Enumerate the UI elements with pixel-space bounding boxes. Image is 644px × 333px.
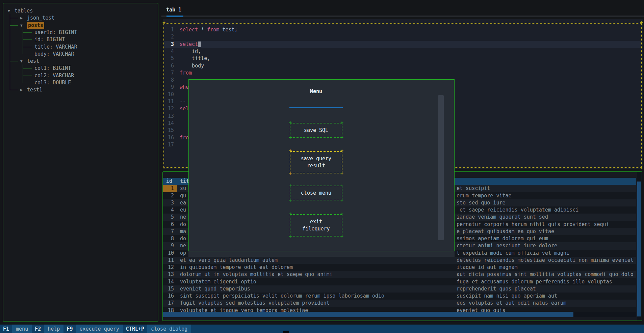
table-row-11[interactable]: 11et ea vero quia laudantium autemdelect…	[163, 257, 636, 264]
tree-item-posts[interactable]: ▼posts	[20, 22, 44, 29]
vertical-scrollbar[interactable]	[637, 172, 642, 321]
tree-item-label: col1: BIGINT	[34, 65, 71, 72]
tree-guide-line	[23, 54, 32, 54]
cell-title: ea	[180, 199, 186, 206]
tab-1[interactable]: tab 1	[166, 5, 181, 15]
button-close-menu[interactable]: close menu++++	[290, 186, 342, 200]
line-number: 2	[164, 33, 174, 40]
table-row-15[interactable]: 15eveniet quod temporibusreprehenderit q…	[163, 285, 636, 293]
border-corner-plus: +	[640, 20, 643, 25]
cell-body: t expedita modi cum officia vel magni	[457, 250, 569, 257]
filequery-app: ▼tables▶json_test▼postsuserId: BIGINTid:…	[0, 0, 644, 333]
code-token: title,	[180, 55, 210, 61]
cell-title: ne	[180, 214, 186, 221]
code-line-4[interactable]: 4 id,	[164, 48, 641, 55]
cell-title: ne	[180, 242, 186, 249]
tree-item-col2-varchar[interactable]: col2: VARCHAR	[34, 72, 74, 79]
dialog-scrollbar[interactable]	[438, 95, 444, 240]
code-line-5[interactable]: 5 title,	[164, 55, 641, 62]
footer-bindings: F1menuF2helpF9execute queryCTRL+Pclose d…	[0, 325, 191, 333]
cell-id: 2	[163, 192, 177, 199]
cell-id: 8	[163, 235, 177, 242]
button-label: result	[290, 162, 342, 169]
border-corner-plus: +	[340, 183, 343, 188]
code-text: body	[180, 62, 204, 70]
line-number: 14	[164, 120, 174, 127]
footer-binding-ctrl-p[interactable]: CTRL+Pclose dialog	[123, 325, 191, 333]
cell-id: 4	[163, 206, 177, 214]
column-header-id[interactable]: id	[166, 178, 172, 185]
tree-item-test[interactable]: ▼test	[20, 58, 39, 65]
line-number: 12	[164, 105, 174, 112]
button-label: save query	[290, 155, 342, 162]
cell-body: delectus reiciendis molestiae occaecati …	[457, 257, 634, 264]
code-token: body	[180, 63, 204, 69]
code-text: id,	[180, 48, 201, 55]
button-label: save SQL	[290, 127, 342, 134]
cell-title: do	[180, 235, 186, 242]
code-text: --	[180, 98, 186, 105]
table-row-17[interactable]: 17fugit voluptas sed molestias voluptate…	[163, 300, 636, 307]
tree-guide-line	[10, 90, 18, 90]
tree-item-json-test[interactable]: ▶json_test	[20, 15, 54, 22]
cell-title: voluptatem eligendi optio	[180, 278, 256, 285]
code-text: select	[180, 41, 201, 48]
table-row-13[interactable]: 13dolorum ut in voluptas mollitia et sae…	[163, 271, 636, 278]
cell-title: et ea vero quia laudantium autem	[180, 257, 278, 264]
button-label: exit	[290, 218, 342, 225]
tree-item-label: json_test	[27, 15, 54, 22]
border-corner-plus: +	[289, 198, 292, 203]
code-token: *	[198, 27, 207, 33]
button-save-sql[interactable]: save SQL++++	[290, 123, 342, 138]
table-row-12[interactable]: 12in quibusdam tempore odit est doloremi…	[163, 264, 636, 271]
cell-title: dolorum ut in voluptas mollitia et saepe…	[180, 271, 333, 278]
tree-item-tables[interactable]: ▼tables	[8, 7, 33, 15]
dialog-buttons: save SQL++++save queryresult++++close me…	[189, 80, 454, 251]
tree-item-col3-double[interactable]: col3: DOUBLE	[34, 79, 71, 86]
tree-item-label: tables	[15, 7, 33, 15]
tree-item-col1-bigint[interactable]: col1: BIGINT	[34, 65, 71, 72]
horizontal-scrollbar-thumb[interactable]	[163, 312, 573, 317]
cell-title: eu	[180, 206, 186, 214]
tree-guide-line	[23, 29, 23, 54]
cell-body: aut dicta possimus sint mollitia volupta…	[457, 271, 634, 278]
code-line-7[interactable]: 7from	[164, 70, 641, 77]
button-save-query-result[interactable]: save queryresult++++	[290, 151, 342, 173]
text-cursor	[198, 41, 201, 47]
tree-item-label: posts	[27, 22, 44, 29]
code-token: test;	[219, 27, 237, 33]
border-corner-plus: +	[289, 171, 292, 176]
code-line-3[interactable]: 3select	[164, 41, 641, 48]
cell-body: ctetur animi nesciunt iure dolore	[457, 242, 557, 249]
table-row-16[interactable]: 16sint suscipit perspiciatis velit dolor…	[163, 293, 636, 300]
cell-id: 15	[163, 285, 177, 293]
tree-item-id-bigint[interactable]: id: BIGINT	[34, 36, 65, 43]
cell-id: 14	[163, 278, 177, 285]
tree-item-body-varchar[interactable]: body: VARCHAR	[34, 51, 74, 58]
tree-item-userid-bigint[interactable]: userId: BIGINT	[34, 29, 77, 36]
tree-item-test1[interactable]: ▶test1	[20, 86, 42, 93]
triangle-down-icon: ▼	[20, 22, 27, 29]
code-token: id,	[180, 48, 201, 54]
line-number: 3	[164, 41, 174, 48]
code-line-1[interactable]: 1select * from test;	[164, 26, 641, 33]
code-line-2[interactable]: 2	[164, 33, 641, 40]
footer-binding-f2[interactable]: F2help	[32, 325, 63, 333]
code-line-6[interactable]: 6 body	[164, 62, 641, 70]
tree-item-label: test1	[27, 86, 42, 93]
footer-binding-f1[interactable]: F1menu	[0, 325, 32, 333]
tree-item-title-varchar[interactable]: title: VARCHAR	[34, 44, 77, 51]
vertical-scrollbar-thumb[interactable]	[637, 182, 641, 316]
cell-body: fuga et accusamus dolorum perferendis il…	[457, 278, 612, 285]
button-exit-filequery[interactable]: exitfilequery++++	[290, 214, 342, 237]
horizontal-scrollbar[interactable]	[163, 312, 636, 317]
line-number: 17	[164, 141, 174, 148]
cell-body: eos voluptas et aut odit natus earum	[457, 300, 566, 307]
footer-key: F9	[63, 325, 76, 333]
tree-guide-line	[23, 64, 23, 83]
tree-guide-line	[23, 39, 32, 40]
cell-body: e placeat quibusdam ea quo vitae	[457, 228, 554, 235]
table-row-14[interactable]: 14voluptatem eligendi optiofuga et accus…	[163, 278, 636, 285]
footer-binding-f9[interactable]: F9execute query	[63, 325, 123, 333]
line-number: 1	[164, 26, 174, 33]
